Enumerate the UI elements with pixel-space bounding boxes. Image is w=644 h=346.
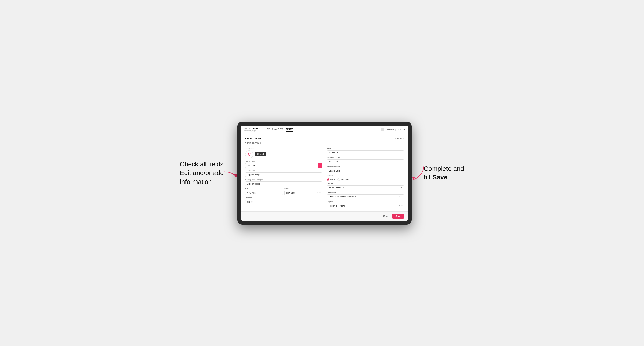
zip-input[interactable] [245, 200, 322, 204]
left-column: Team logo C Upload Team colour [245, 148, 322, 208]
gender-group: Gender Mens Womens [327, 175, 404, 181]
nav-teams[interactable]: TEAMS [286, 128, 293, 132]
team-logo-group: Team logo C Upload [245, 148, 322, 161]
close-icon: ✕ [402, 137, 404, 140]
division-group: Division NCAA Division III ▼ [327, 182, 404, 190]
state-label: State [284, 188, 322, 190]
athletic-director-label: Athletic Director [327, 166, 404, 168]
right-annotation: Complete and hit Save. [424, 164, 464, 182]
conference-group: Conference University Athletic Associati… [327, 192, 404, 199]
cancel-button[interactable]: Cancel [383, 215, 390, 217]
head-coach-group: Head Coach [327, 148, 404, 155]
city-group: City [245, 188, 283, 195]
modal-title: Create Team [245, 137, 261, 140]
right-column: Head Coach Assistant Coach Athletic Dire… [327, 148, 404, 208]
city-state-container: City State New York ✕ [245, 188, 322, 195]
annotation-right-line1: Complete and [424, 165, 464, 172]
annotation-right-bold: Save [432, 173, 448, 181]
nav-tournaments[interactable]: TOURNAMENTS [267, 128, 283, 132]
assistant-coach-label: Assistant Coach [327, 157, 404, 159]
region-label: Region [327, 201, 404, 203]
gender-mens-label[interactable]: Mens [327, 178, 335, 181]
side-button [236, 169, 238, 177]
gender-label: Gender [327, 175, 404, 177]
division-select[interactable]: NCAA Division III [327, 185, 404, 190]
left-annotation: Check all fields. Edit and/or add inform… [180, 160, 225, 186]
conference-label: Conference [327, 192, 404, 194]
state-select[interactable]: New York [284, 191, 322, 195]
team-name-group: Team name [245, 170, 322, 177]
tablet-frame: SCOREBOARD Powered by clippd TOURNAMENTS… [238, 122, 412, 225]
assistant-coach-input[interactable] [327, 160, 404, 164]
zip-group: Zip code [245, 197, 322, 204]
user-text: Test User | [386, 129, 396, 131]
display-name-group: Display name (unique) [245, 179, 322, 186]
brand-title: SCOREBOARD [244, 128, 262, 130]
assistant-coach-group: Assistant Coach [327, 157, 404, 164]
section-title: TEAM DETAILS [245, 142, 404, 145]
team-name-input[interactable] [245, 173, 322, 177]
brand-logo: SCOREBOARD Powered by clippd [244, 128, 262, 131]
brand-sub: Powered by clippd [244, 130, 262, 131]
nav-links: TOURNAMENTS TEAMS [267, 128, 293, 132]
division-select-wrapper: NCAA Division III ▼ [327, 185, 404, 190]
upload-button[interactable]: Upload [255, 152, 266, 157]
gender-womens-text: Womens [341, 178, 349, 181]
logo-circle: C [245, 150, 253, 159]
state-select-wrapper: New York ✕ ▼ [284, 191, 322, 195]
head-coach-input[interactable] [327, 150, 404, 155]
color-swatch[interactable] [318, 163, 322, 168]
conference-clear-icon[interactable]: ✕ [399, 196, 401, 198]
region-select[interactable]: Region II - (M) DIII [327, 203, 404, 208]
navbar-right: Test User | Sign out [381, 128, 405, 131]
head-coach-label: Head Coach [327, 148, 404, 150]
color-input-row [245, 163, 322, 168]
conference-select[interactable]: University Athletic Association [327, 194, 404, 199]
region-select-wrapper: Region II - (M) DIII ✕ ▼ [327, 203, 404, 208]
arrow-right-icon [408, 166, 426, 182]
team-colour-input[interactable] [245, 163, 316, 168]
user-avatar [381, 128, 384, 131]
annotation-left-line2: Edit and/or add [180, 169, 224, 176]
gender-womens-label[interactable]: Womens [338, 178, 349, 181]
state-clear-icon[interactable]: ✕ [317, 192, 319, 194]
annotation-left-line3: information. [180, 178, 214, 185]
navbar: SCOREBOARD Powered by clippd TOURNAMENTS… [241, 126, 408, 134]
sign-out-link[interactable]: Sign out [397, 129, 405, 131]
form-grid: Team logo C Upload Team colour [245, 148, 404, 208]
annotation-right-line3: . [448, 173, 449, 181]
gender-mens-radio[interactable] [327, 178, 330, 181]
tablet-screen: SCOREBOARD Powered by clippd TOURNAMENTS… [241, 126, 408, 220]
zip-label: Zip code [245, 197, 322, 199]
display-name-label: Display name (unique) [245, 179, 322, 181]
city-state-row: City State New York ✕ [245, 188, 322, 195]
modal-cancel-top[interactable]: Cancel ✕ [395, 137, 404, 140]
city-label: City [245, 188, 283, 190]
display-name-input[interactable] [245, 181, 322, 186]
modal-footer: Cancel Save [241, 211, 408, 220]
gender-mens-text: Mens [330, 178, 335, 181]
athletic-director-group: Athletic Director [327, 166, 404, 173]
save-button[interactable]: Save [392, 214, 404, 218]
logo-area: C Upload [245, 150, 322, 159]
athletic-director-input[interactable] [327, 169, 404, 173]
team-colour-label: Team colour [245, 161, 322, 163]
team-name-label: Team name [245, 170, 322, 172]
division-label: Division [327, 182, 404, 184]
modal-header: Create Team Cancel ✕ [245, 137, 404, 140]
city-input[interactable] [245, 191, 283, 195]
team-colour-group: Team colour [245, 161, 322, 168]
region-clear-icon[interactable]: ✕ [399, 205, 401, 207]
team-logo-label: Team logo [245, 148, 322, 150]
conference-select-wrapper: University Athletic Association ✕ ▼ [327, 194, 404, 199]
gender-womens-radio[interactable] [338, 178, 340, 181]
gender-radio-group: Mens Womens [327, 178, 404, 181]
annotation-left-line1: Check all fields. [180, 161, 225, 168]
logo-letter: C [248, 152, 250, 157]
page-wrapper: Check all fields. Edit and/or add inform… [8, 122, 636, 225]
state-group: State New York ✕ ▼ [284, 188, 322, 195]
modal-area: Create Team Cancel ✕ TEAM DETAILS Team l… [241, 134, 408, 211]
region-group: Region Region II - (M) DIII ✕ ▼ [327, 201, 404, 208]
